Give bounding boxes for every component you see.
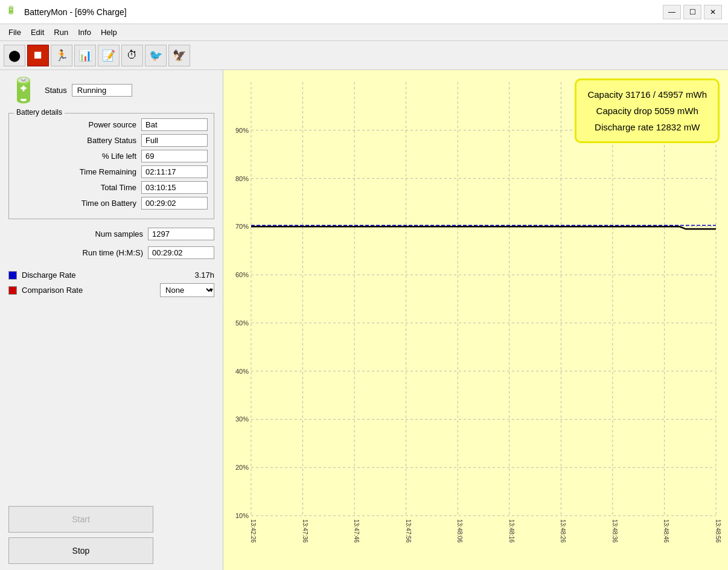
- field-num-samples: Num samples 1297: [8, 228, 214, 240]
- info-line2: Capacity drop 5059 mWh: [587, 103, 707, 119]
- info-line1: Capacity 31716 / 45957 mWh: [587, 86, 707, 103]
- menu-help[interactable]: Help: [96, 26, 122, 39]
- label-power-source: Power source: [15, 120, 136, 129]
- field-runtime: Run time (H:M:S) 00:29:02: [8, 246, 214, 259]
- comparison-color-swatch: [8, 286, 17, 295]
- comparison-label: Comparison Rate: [22, 286, 155, 295]
- toolbar: ⬤ ⏹ 🏃 📊 📝 ⏱ 🐦 🦅: [0, 41, 728, 70]
- menu-info[interactable]: Info: [73, 26, 96, 39]
- legend-section: Discharge Rate 3.17h Comparison Rate Non…: [8, 271, 214, 297]
- samples-section: Num samples 1297 Run time (H:M:S) 00:29:…: [8, 228, 214, 262]
- toolbar-btn-3[interactable]: 📊: [74, 45, 96, 66]
- battery-details-group: Battery details Power source Bat Battery…: [8, 113, 214, 219]
- comparison-select[interactable]: None 1h 2h 3h 4h 5h: [160, 283, 214, 297]
- field-life-left: % Life left 69: [15, 150, 208, 162]
- status-label-area: Status Running: [45, 84, 132, 97]
- field-time-remaining: Time Remaining 02:11:17: [15, 165, 208, 178]
- value-total-time: 03:10:15: [141, 181, 208, 194]
- value-time-on-battery: 00:29:02: [141, 197, 208, 210]
- status-label: Status: [45, 86, 67, 95]
- toolbar-btn-stop[interactable]: ⏹: [27, 45, 49, 66]
- value-life-left: 69: [141, 150, 208, 162]
- window-title: BatteryMon - [69% Charge]: [24, 7, 127, 17]
- maximize-button[interactable]: ☐: [683, 5, 701, 19]
- field-battery-status: Battery Status Full: [15, 134, 208, 147]
- value-runtime: 00:29:02: [148, 246, 214, 259]
- app-icon: 🔋: [6, 5, 19, 19]
- field-power-source: Power source Bat: [15, 118, 208, 131]
- label-runtime: Run time (H:M:S): [8, 248, 143, 257]
- label-time-on-battery: Time on Battery: [15, 199, 136, 208]
- toolbar-btn-5[interactable]: ⏱: [121, 45, 143, 66]
- label-battery-status: Battery Status: [15, 136, 136, 145]
- stop-button[interactable]: Stop: [8, 537, 153, 564]
- title-controls: — ☐ ✕: [663, 5, 722, 19]
- chart-area: Capacity 31716 / 45957 mWh Capacity drop…: [223, 70, 728, 570]
- label-total-time: Total Time: [15, 183, 136, 192]
- info-line3: Discharge rate 12832 mW: [587, 119, 707, 135]
- left-panel: 🔋 Status Running Battery details Power s…: [0, 70, 223, 570]
- close-button[interactable]: ✕: [704, 5, 722, 19]
- discharge-value: 3.17h: [194, 271, 214, 280]
- label-life-left: % Life left: [15, 152, 136, 161]
- battery-icon: 🔋: [8, 76, 39, 104]
- toolbar-btn-2[interactable]: 🏃: [51, 45, 72, 66]
- label-time-remaining: Time Remaining: [15, 167, 136, 176]
- value-time-remaining: 02:11:17: [141, 165, 208, 178]
- battery-chart: [223, 70, 728, 570]
- discharge-label: Discharge Rate: [22, 271, 190, 280]
- main-area: 🔋 Status Running Battery details Power s…: [0, 70, 728, 570]
- status-row: 🔋 Status Running: [8, 76, 214, 104]
- toolbar-btn-0[interactable]: ⬤: [4, 45, 25, 66]
- menu-edit[interactable]: Edit: [26, 26, 49, 39]
- value-num-samples: 1297: [148, 228, 214, 240]
- button-row: Start Stop: [8, 500, 214, 564]
- menu-file[interactable]: File: [4, 26, 26, 39]
- toolbar-btn-4[interactable]: 📝: [98, 45, 120, 66]
- value-power-source: Bat: [141, 118, 208, 131]
- minimize-button[interactable]: —: [663, 5, 681, 19]
- status-value: Running: [72, 84, 132, 97]
- legend-discharge: Discharge Rate 3.17h: [8, 271, 214, 280]
- title-left: 🔋 BatteryMon - [69% Charge]: [6, 5, 127, 19]
- toolbar-btn-7[interactable]: 🦅: [168, 45, 190, 66]
- legend-comparison: Comparison Rate None 1h 2h 3h 4h 5h ▼: [8, 283, 214, 297]
- info-box: Capacity 31716 / 45957 mWh Capacity drop…: [575, 78, 720, 143]
- field-total-time: Total Time 03:10:15: [15, 181, 208, 194]
- menu-bar: File Edit Run Info Help: [0, 24, 728, 41]
- battery-details-title: Battery details: [14, 108, 65, 117]
- value-battery-status: Full: [141, 134, 208, 147]
- toolbar-btn-6[interactable]: 🐦: [145, 45, 167, 66]
- menu-run[interactable]: Run: [49, 26, 73, 39]
- field-time-on-battery: Time on Battery 00:29:02: [15, 197, 208, 210]
- label-num-samples: Num samples: [8, 229, 143, 239]
- discharge-color-swatch: [8, 271, 17, 280]
- start-button[interactable]: Start: [8, 506, 153, 533]
- title-bar: 🔋 BatteryMon - [69% Charge] — ☐ ✕: [0, 0, 728, 24]
